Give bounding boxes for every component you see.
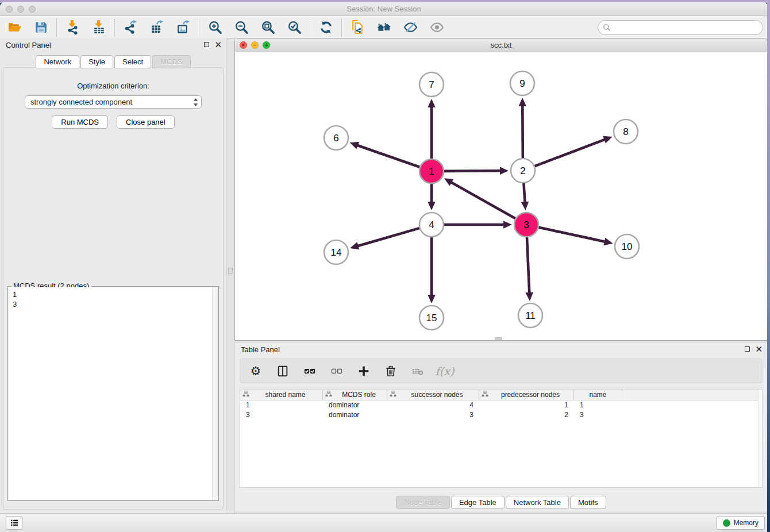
zoom-in-icon[interactable] [206,20,224,36]
close-panel-icon[interactable]: ✕ [214,41,222,48]
open-file-icon[interactable] [6,20,23,36]
edge-3-11[interactable] [527,237,529,294]
node-table: shared nameMCDS rolesuccessor nodesprede… [240,389,763,488]
edge-3-10[interactable] [538,228,606,242]
function-builder-icon: f(x) [437,364,452,379]
show-details-icon [428,20,445,36]
panel-splitter[interactable] [227,38,234,513]
delete-icon[interactable] [383,364,398,379]
zoom-window-button[interactable] [29,6,36,13]
copy-network-icon[interactable] [349,20,366,36]
search-input[interactable] [611,22,763,33]
tab-mcds[interactable]: MCDS [152,55,190,68]
table-scrollbar[interactable] [758,390,762,487]
edge-2-9[interactable] [522,105,523,158]
column-header-MCDS-role[interactable]: MCDS role [323,390,387,400]
close-table-panel-icon[interactable]: ✕ [755,346,763,352]
float-table-panel-icon[interactable] [745,346,750,352]
network-maximize-button[interactable]: + [263,41,270,49]
table-cell: 1 [479,400,574,410]
status-bar: Memory [0,513,768,532]
column-header-successor-nodes[interactable]: successor nodes [387,390,479,400]
edge-2-8[interactable] [535,139,606,166]
node-6[interactable]: 6 [324,126,348,150]
node-10[interactable]: 10 [615,234,639,259]
node-9[interactable]: 9 [510,71,534,95]
node-2[interactable]: 2 [511,159,535,183]
canvas-resize-handle[interactable] [495,337,502,340]
app-window: Session: New Session Control Panel ✕ [0,2,768,532]
splitter-grip[interactable] [228,268,233,274]
minimize-window-button[interactable] [17,6,24,13]
node-8[interactable]: 8 [614,119,638,144]
export-network-icon[interactable] [122,20,139,36]
zoom-out-icon[interactable] [233,20,250,36]
edge-arrowhead [428,202,436,210]
node-7[interactable]: 7 [419,72,444,97]
column-header-name[interactable]: name [574,390,622,400]
close-panel-button[interactable]: Close panel [117,115,175,129]
main-toolbar [0,16,768,39]
table-cell: 1 [574,400,622,410]
table-row[interactable]: 1dominator411 [240,400,762,410]
refresh-icon[interactable] [317,20,334,36]
save-session-icon[interactable] [32,20,49,36]
tab-style[interactable]: Style [80,55,113,68]
node-15[interactable]: 15 [419,306,444,330]
svg-text:14: 14 [331,247,342,258]
edge-1-2[interactable] [444,171,502,171]
zoom-selected-icon[interactable] [286,20,303,36]
select-all-icon[interactable] [302,364,317,379]
edge-2-3[interactable] [523,183,525,203]
node-3[interactable]: 3 [514,213,538,237]
tab-network[interactable]: Network [36,55,79,68]
home-icon[interactable] [375,20,392,36]
import-network-icon[interactable] [64,20,81,36]
search-box[interactable] [598,20,763,35]
deselect-all-icon[interactable] [329,364,344,379]
title-bar: Session: New Session [0,2,768,16]
mcds-result-list: 13 [9,287,218,500]
tab-node-table[interactable]: Node Table [396,496,450,509]
import-table-icon[interactable] [90,20,107,36]
task-history-button[interactable] [6,516,22,530]
mcds-result-item: 3 [13,299,218,309]
node-attribute-icon [390,391,398,399]
tab-select[interactable]: Select [114,55,151,68]
desktop: Session: New Session Control Panel ✕ [0,0,770,532]
export-table-icon[interactable] [148,20,165,36]
column-header-shared-name[interactable]: shared name [240,390,323,400]
close-window-button[interactable] [6,6,13,13]
memory-button[interactable]: Memory [717,516,765,530]
table-cell: 1 [240,400,323,410]
table-row[interactable]: 3dominator323 [240,410,762,420]
columns-icon[interactable] [275,364,290,379]
network-graph: 1234678910111415 [235,52,767,340]
hide-details-icon[interactable] [402,20,419,36]
export-image-icon[interactable] [175,20,192,36]
node-4[interactable]: 4 [419,213,444,237]
node-14[interactable]: 14 [324,240,348,264]
tab-edge-table[interactable]: Edge Table [451,496,505,509]
edge-3-1[interactable] [450,182,515,218]
table-tabs: Node TableEdge TableNetwork TableMotifs [235,496,767,509]
edge-1-6[interactable] [356,145,419,167]
optimization-criterion-dropdown[interactable]: strongly connected component [25,95,202,109]
float-panel-icon[interactable] [204,42,209,47]
edge-4-14[interactable] [357,228,419,246]
settings-gear-icon[interactable]: ⚙ [248,364,263,379]
table-toolbar: ⚙f(x) [240,358,763,383]
tab-motifs[interactable]: Motifs [570,496,606,509]
svg-text:4: 4 [429,219,434,230]
column-header-predecessor-nodes[interactable]: predecessor nodes [479,390,574,400]
result-scrollbar[interactable] [212,287,218,500]
tab-network-table[interactable]: Network Table [506,496,569,509]
zoom-fit-icon[interactable] [259,20,276,36]
network-close-button[interactable]: × [240,41,247,49]
run-mcds-button[interactable]: Run MCDS [52,115,108,129]
network-minimize-button[interactable]: − [251,41,259,49]
node-1[interactable]: 1 [419,159,444,183]
node-11[interactable]: 11 [518,303,542,327]
network-canvas[interactable]: 1234678910111415 [235,52,767,340]
add-column-icon[interactable] [356,364,371,379]
